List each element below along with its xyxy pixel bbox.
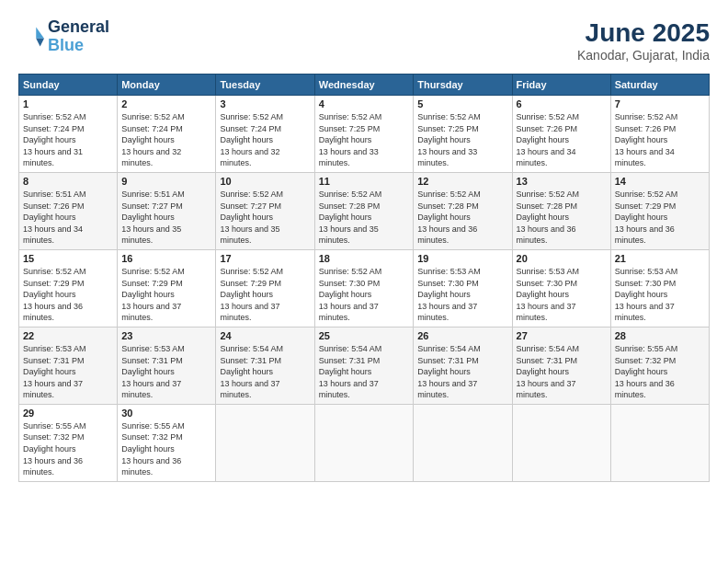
table-row: 15 Sunrise: 5:52 AM Sunset: 7:29 PM Dayl… [19, 249, 118, 327]
day-number: 28 [615, 330, 705, 341]
col-tuesday: Tuesday [216, 75, 314, 96]
day-number: 26 [417, 330, 507, 341]
table-row: 4 Sunrise: 5:52 AM Sunset: 7:25 PM Dayli… [314, 96, 413, 173]
table-row: 19 Sunrise: 5:53 AM Sunset: 7:30 PM Dayl… [414, 249, 512, 327]
day-number: 21 [615, 253, 705, 264]
table-row: 11 Sunrise: 5:52 AM Sunset: 7:28 PM Dayl… [314, 172, 413, 249]
day-info: Sunrise: 5:52 AM Sunset: 7:25 PM Dayligh… [319, 111, 409, 169]
day-number: 24 [220, 330, 310, 341]
day-number: 3 [220, 98, 310, 109]
day-info: Sunrise: 5:52 AM Sunset: 7:24 PM Dayligh… [23, 111, 113, 169]
day-info: Sunrise: 5:53 AM Sunset: 7:31 PM Dayligh… [23, 343, 113, 401]
table-row [414, 404, 512, 481]
day-number: 14 [615, 176, 705, 187]
calendar-week-row: 29 Sunrise: 5:55 AM Sunset: 7:32 PM Dayl… [19, 404, 710, 481]
day-info: Sunrise: 5:52 AM Sunset: 7:26 PM Dayligh… [615, 111, 705, 169]
day-info: Sunrise: 5:52 AM Sunset: 7:29 PM Dayligh… [220, 266, 310, 324]
day-number: 16 [121, 253, 211, 264]
day-info: Sunrise: 5:53 AM Sunset: 7:30 PM Dayligh… [417, 266, 507, 324]
day-number: 7 [615, 98, 705, 109]
day-number: 22 [23, 330, 113, 341]
day-info: Sunrise: 5:52 AM Sunset: 7:29 PM Dayligh… [23, 266, 113, 324]
day-number: 12 [417, 176, 507, 187]
day-info: Sunrise: 5:52 AM Sunset: 7:25 PM Dayligh… [417, 111, 507, 169]
table-row: 6 Sunrise: 5:52 AM Sunset: 7:26 PM Dayli… [512, 96, 610, 173]
table-row [512, 404, 610, 481]
day-info: Sunrise: 5:52 AM Sunset: 7:28 PM Dayligh… [319, 189, 409, 247]
day-info: Sunrise: 5:52 AM Sunset: 7:28 PM Dayligh… [517, 189, 607, 247]
day-info: Sunrise: 5:52 AM Sunset: 7:29 PM Dayligh… [121, 266, 211, 324]
day-info: Sunrise: 5:54 AM Sunset: 7:31 PM Dayligh… [220, 343, 310, 401]
col-thursday: Thursday [414, 75, 512, 96]
day-number: 11 [319, 176, 409, 187]
day-info: Sunrise: 5:52 AM Sunset: 7:24 PM Dayligh… [220, 111, 310, 169]
day-number: 10 [220, 176, 310, 187]
table-row: 16 Sunrise: 5:52 AM Sunset: 7:29 PM Dayl… [118, 249, 216, 327]
col-friday: Friday [512, 75, 610, 96]
day-number: 30 [121, 408, 211, 419]
day-info: Sunrise: 5:55 AM Sunset: 7:32 PM Dayligh… [121, 420, 211, 478]
day-number: 17 [220, 253, 310, 264]
table-row: 1 Sunrise: 5:52 AM Sunset: 7:24 PM Dayli… [19, 96, 118, 173]
calendar: Sunday Monday Tuesday Wednesday Thursday… [18, 74, 710, 482]
table-row: 28 Sunrise: 5:55 AM Sunset: 7:32 PM Dayl… [610, 327, 709, 404]
day-info: Sunrise: 5:54 AM Sunset: 7:31 PM Dayligh… [417, 343, 507, 401]
table-row: 13 Sunrise: 5:52 AM Sunset: 7:28 PM Dayl… [512, 172, 610, 249]
day-info: Sunrise: 5:53 AM Sunset: 7:30 PM Dayligh… [517, 266, 607, 324]
day-info: Sunrise: 5:55 AM Sunset: 7:32 PM Dayligh… [615, 343, 705, 401]
col-saturday: Saturday [610, 75, 709, 96]
day-info: Sunrise: 5:52 AM Sunset: 7:26 PM Dayligh… [517, 111, 607, 169]
calendar-week-row: 8 Sunrise: 5:51 AM Sunset: 7:26 PM Dayli… [19, 172, 710, 249]
table-row: 20 Sunrise: 5:53 AM Sunset: 7:30 PM Dayl… [512, 249, 610, 327]
table-row: 22 Sunrise: 5:53 AM Sunset: 7:31 PM Dayl… [19, 327, 118, 404]
table-row: 27 Sunrise: 5:54 AM Sunset: 7:31 PM Dayl… [512, 327, 610, 404]
col-sunday: Sunday [19, 75, 118, 96]
table-row [610, 404, 709, 481]
subtitle: Kanodar, Gujarat, India [577, 48, 710, 63]
table-row [216, 404, 314, 481]
table-row: 3 Sunrise: 5:52 AM Sunset: 7:24 PM Dayli… [216, 96, 314, 173]
day-info: Sunrise: 5:51 AM Sunset: 7:27 PM Dayligh… [121, 189, 211, 247]
table-row: 17 Sunrise: 5:52 AM Sunset: 7:29 PM Dayl… [216, 249, 314, 327]
col-monday: Monday [118, 75, 216, 96]
day-number: 13 [517, 176, 607, 187]
day-info: Sunrise: 5:53 AM Sunset: 7:31 PM Dayligh… [121, 343, 211, 401]
day-number: 19 [417, 253, 507, 264]
day-info: Sunrise: 5:52 AM Sunset: 7:27 PM Dayligh… [220, 189, 310, 247]
table-row: 18 Sunrise: 5:52 AM Sunset: 7:30 PM Dayl… [314, 249, 413, 327]
day-number: 15 [23, 253, 113, 264]
day-number: 27 [517, 330, 607, 341]
calendar-header-row: Sunday Monday Tuesday Wednesday Thursday… [19, 75, 710, 96]
day-info: Sunrise: 5:55 AM Sunset: 7:32 PM Dayligh… [23, 420, 113, 478]
table-row: 2 Sunrise: 5:52 AM Sunset: 7:24 PM Dayli… [118, 96, 216, 173]
logo-text: General Blue [48, 18, 109, 55]
day-info: Sunrise: 5:54 AM Sunset: 7:31 PM Dayligh… [517, 343, 607, 401]
table-row: 9 Sunrise: 5:51 AM Sunset: 7:27 PM Dayli… [118, 172, 216, 249]
table-row [314, 404, 413, 481]
table-row: 7 Sunrise: 5:52 AM Sunset: 7:26 PM Dayli… [610, 96, 709, 173]
header: General Blue June 2025 Kanodar, Gujarat,… [18, 18, 710, 63]
table-row: 10 Sunrise: 5:52 AM Sunset: 7:27 PM Dayl… [216, 172, 314, 249]
col-wednesday: Wednesday [314, 75, 413, 96]
logo-icon [18, 24, 44, 50]
day-number: 9 [121, 176, 211, 187]
table-row: 24 Sunrise: 5:54 AM Sunset: 7:31 PM Dayl… [216, 327, 314, 404]
day-number: 29 [23, 408, 113, 419]
main-title: June 2025 [577, 18, 710, 48]
day-info: Sunrise: 5:52 AM Sunset: 7:29 PM Dayligh… [615, 189, 705, 247]
table-row: 12 Sunrise: 5:52 AM Sunset: 7:28 PM Dayl… [414, 172, 512, 249]
table-row: 14 Sunrise: 5:52 AM Sunset: 7:29 PM Dayl… [610, 172, 709, 249]
table-row: 30 Sunrise: 5:55 AM Sunset: 7:32 PM Dayl… [118, 404, 216, 481]
day-number: 5 [417, 98, 507, 109]
calendar-week-row: 15 Sunrise: 5:52 AM Sunset: 7:29 PM Dayl… [19, 249, 710, 327]
day-number: 20 [517, 253, 607, 264]
day-number: 8 [23, 176, 113, 187]
day-number: 25 [319, 330, 409, 341]
table-row: 21 Sunrise: 5:53 AM Sunset: 7:30 PM Dayl… [610, 249, 709, 327]
calendar-week-row: 1 Sunrise: 5:52 AM Sunset: 7:24 PM Dayli… [19, 96, 710, 173]
day-info: Sunrise: 5:52 AM Sunset: 7:30 PM Dayligh… [319, 266, 409, 324]
table-row: 5 Sunrise: 5:52 AM Sunset: 7:25 PM Dayli… [414, 96, 512, 173]
day-info: Sunrise: 5:53 AM Sunset: 7:30 PM Dayligh… [615, 266, 705, 324]
table-row: 29 Sunrise: 5:55 AM Sunset: 7:32 PM Dayl… [19, 404, 118, 481]
day-number: 4 [319, 98, 409, 109]
